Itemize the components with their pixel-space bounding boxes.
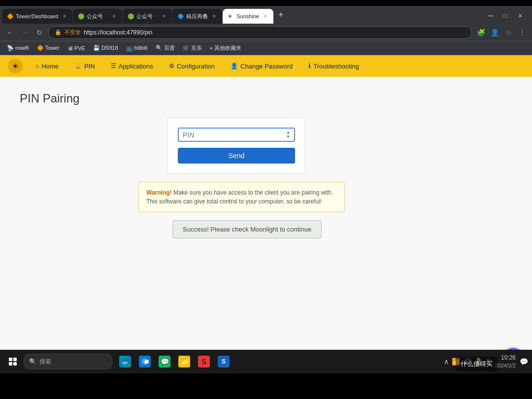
spin-down-icon[interactable]: ▼	[286, 135, 290, 139]
nav-applications-label: Applications	[119, 63, 153, 70]
maximize-button[interactable]: □	[499, 10, 511, 22]
bookmark-baidu[interactable]: 🔍 百度	[153, 43, 178, 53]
sunshine-logo: ☀	[8, 59, 23, 73]
spin-up-icon[interactable]: ▲	[286, 131, 290, 134]
app-red-icon: S	[198, 356, 210, 367]
taskbar-app-blue1[interactable]: S	[215, 353, 233, 370]
browser-window: 🔶 Tower/Dashboard × 🟢 公众号 × 🟢 公众号 × 🔷 稿压…	[0, 6, 532, 350]
nav-home[interactable]: ⌂ Home	[33, 61, 62, 72]
nav-troubleshooting[interactable]: ℹ Troubleshooting	[305, 61, 362, 72]
clock[interactable]: 10:26 2024/2/2	[495, 354, 516, 369]
nav-troubleshooting-label: Troubleshooting	[313, 63, 359, 70]
nav-applications[interactable]: ☰ Applications	[108, 61, 156, 72]
bookmark-more[interactable]: » 其他收藏夹	[207, 43, 244, 53]
battery-icon[interactable]: 🔋	[474, 358, 483, 366]
tab-label-5: Sunshine	[236, 13, 259, 19]
address-bar: ← → ↻ 🔒 不安全 https://localhost:47990/pin …	[0, 24, 532, 41]
tab-close-4[interactable]: ×	[211, 12, 217, 20]
tab-close-2[interactable]: ×	[111, 12, 117, 20]
tab-favicon-3: 🟢	[128, 13, 133, 19]
nav-configuration-label: Configuration	[177, 63, 215, 70]
windows-icon	[9, 358, 17, 366]
warning-label: Warning!	[146, 189, 172, 196]
sunshine-navbar: ☀ ⌂ Home 🔒 PIN ☰ Applications ⚙ Configur…	[0, 55, 532, 77]
edge-icon	[139, 356, 151, 367]
minimize-button[interactable]: ─	[485, 10, 497, 22]
bookmark-bilibili[interactable]: 📺 bilibili	[123, 44, 151, 52]
fish-icon: 🐟	[119, 356, 131, 367]
taskbar-app-fish[interactable]: 🐟	[116, 353, 134, 370]
extensions-icon[interactable]: 🧩	[475, 27, 487, 38]
bookmark-pve[interactable]: 🖥 PVE	[65, 44, 88, 52]
tab-favicon-4: 🔷	[177, 13, 183, 19]
back-button[interactable]: ←	[4, 27, 16, 38]
profile-icon[interactable]: 👤	[489, 27, 500, 38]
bookmark-ds918[interactable]: 💾 DS918	[90, 44, 121, 52]
nav-change-password-label: Change Password	[240, 63, 293, 70]
taskbar-right: ∧ 📶 🔊 🔋 英 10:26 2024/2/2 💬	[444, 354, 528, 369]
tab-close-5[interactable]: ×	[262, 12, 268, 20]
tab-bar: 🔶 Tower/Dashboard × 🟢 公众号 × 🟢 公众号 × 🔷 稿压…	[0, 6, 532, 24]
taskbar-app-wechat[interactable]: 💬	[156, 353, 173, 370]
notification-icon[interactable]: 💬	[520, 358, 528, 366]
start-button[interactable]	[4, 353, 22, 370]
pin-spinner[interactable]: ▲ ▼	[286, 131, 290, 139]
home-icon: ⌂	[35, 63, 39, 69]
close-window-button[interactable]: ×	[514, 10, 526, 22]
tab-sunshine[interactable]: ☀ Sunshine ×	[223, 9, 273, 24]
page-content: ☀ ⌂ Home 🔒 PIN ☰ Applications ⚙ Configur…	[0, 55, 532, 350]
nav-configuration[interactable]: ⚙ Configuration	[166, 61, 218, 72]
pin-input[interactable]	[183, 131, 286, 139]
tab-favicon-5: ☀	[228, 13, 233, 19]
star-icon[interactable]: ☆	[502, 27, 514, 38]
warning-box: Warning! Make sure you have access to th…	[138, 182, 345, 212]
page-title: PIN Pairing	[20, 92, 512, 105]
tab-wechat-2[interactable]: 🟢 公众号 ×	[123, 9, 172, 24]
chevron-up-icon[interactable]: ∧	[444, 358, 449, 366]
tab-close-3[interactable]: ×	[161, 12, 167, 20]
network-icon[interactable]: 📶	[452, 358, 460, 366]
applications-icon: ☰	[111, 63, 116, 69]
tab-label-4: 稿压再叠	[186, 13, 208, 20]
bookmark-jingdong[interactable]: 🛒 京东	[180, 43, 205, 53]
nav-pin-label: PIN	[84, 63, 95, 70]
tab-tower-dashboard[interactable]: 🔶 Tower/Dashboard ×	[2, 9, 72, 24]
more-options-icon[interactable]: ⋮	[516, 27, 528, 38]
taskbar-app-red1[interactable]: S	[195, 353, 213, 370]
pin-icon: 🔒	[74, 63, 82, 69]
send-button[interactable]: Send	[178, 148, 295, 164]
tab-gaoya[interactable]: 🔷 稿压再叠 ×	[172, 9, 222, 24]
bookmark-tower[interactable]: 🔶 Tower	[34, 44, 63, 52]
taskbar-search[interactable]: 🔍 搜索	[24, 354, 112, 369]
tab-favicon-1: 🔶	[7, 13, 13, 19]
new-tab-button[interactable]: +	[274, 8, 288, 22]
files-icon: 📁	[178, 356, 190, 367]
window-controls: ─ □ ×	[485, 10, 530, 24]
tab-close-1[interactable]: ×	[61, 12, 67, 20]
refresh-button[interactable]: ↻	[33, 27, 45, 38]
tab-wechat-1[interactable]: 🟢 公众号 ×	[73, 9, 122, 24]
app-blue-icon: S	[218, 356, 230, 367]
taskbar-apps: 🐟 💬 📁 S S	[116, 353, 233, 370]
taskbar: 🔍 搜索 🐟 💬 📁 S S ∧ 📶 🔊 🔋 英	[0, 350, 532, 373]
toolbar-icons: 🧩 👤 ☆ ⋮	[475, 27, 528, 38]
pin-input-wrapper: ▲ ▼	[178, 128, 295, 142]
bookmark-miwifi[interactable]: 📡 miwifi	[4, 44, 32, 52]
pin-form-container: ▲ ▼ Send	[167, 117, 305, 174]
configuration-icon: ⚙	[169, 63, 174, 69]
tab-label-1: Tower/Dashboard	[16, 13, 58, 19]
troubleshooting-icon: ℹ	[308, 63, 311, 69]
taskbar-app-edge[interactable]	[136, 353, 154, 370]
clock-time: 10:26	[495, 354, 516, 362]
forward-button[interactable]: →	[19, 27, 31, 38]
change-password-icon: 👤	[231, 63, 238, 69]
lang-indicator: 英	[486, 358, 491, 365]
address-input[interactable]: 🔒 不安全 https://localhost:47990/pin	[48, 26, 472, 39]
nav-change-password[interactable]: 👤 Change Password	[228, 61, 296, 72]
nav-home-label: Home	[41, 63, 59, 70]
taskbar-app-files[interactable]: 📁	[175, 353, 193, 370]
nav-pin[interactable]: 🔒 PIN	[71, 61, 98, 72]
volume-icon[interactable]: 🔊	[463, 358, 471, 366]
address-text: https://localhost:47990/pin	[84, 29, 152, 36]
system-tray-icons: ∧ 📶 🔊 🔋 英	[444, 358, 491, 366]
